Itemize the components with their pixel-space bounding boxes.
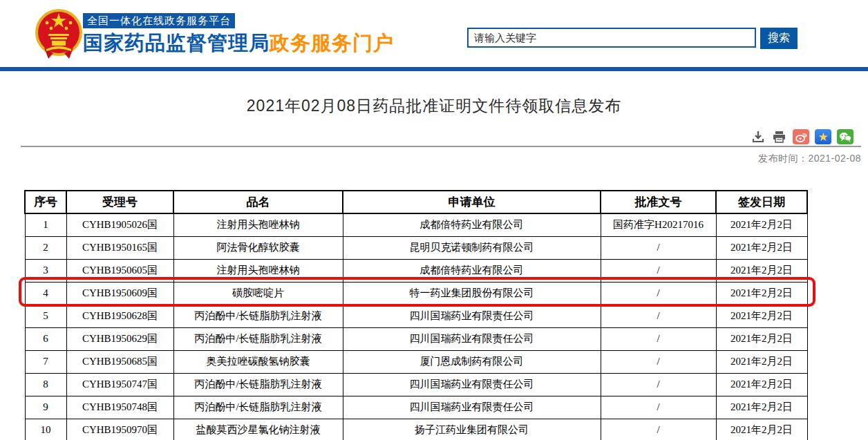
wechat-share-icon[interactable] — [837, 129, 853, 144]
table-cell: 2021年2月2日 — [716, 213, 807, 236]
table-cell: 扬子江药业集团有限公司 — [343, 419, 601, 440]
portal-name: 政务服务门户 — [270, 32, 394, 54]
table-cell: 厦门恩成制药有限公司 — [343, 350, 601, 373]
col-header-applicant: 申请单位 — [343, 191, 601, 213]
table-cell: 注射用头孢唑林钠 — [173, 259, 343, 282]
table-cell: 四川国瑞药业有限责任公司 — [343, 305, 601, 327]
table-cell: 注射用头孢唑林钠 — [173, 213, 343, 236]
page-title: 2021年02月08日药品批准证明文件待领取信息发布 — [0, 95, 868, 117]
table-cell: / — [601, 396, 716, 419]
weibo-share-icon[interactable] — [793, 129, 809, 144]
table-cell: 成都倍特药业有限公司 — [343, 259, 601, 282]
table-row: 3CYHB1950605国注射用头孢唑林钠成都倍特药业有限公司/2021年2月2… — [25, 259, 807, 282]
table-cell: 2021年2月2日 — [716, 396, 807, 419]
col-header-seq: 序号 — [25, 191, 66, 213]
download-icon[interactable] — [750, 129, 766, 144]
table-row: 4CYHB1950609国磺胺嘧啶片特一药业集团股份有限公司/2021年2月2日 — [25, 282, 807, 305]
table-cell: 丙泊酚中/长链脂肪乳注射液 — [173, 305, 343, 327]
qzone-share-icon[interactable]: ★ — [815, 129, 831, 144]
table-row: 6CYHB1950629国丙泊酚中/长链脂肪乳注射液四川国瑞药业有限责任公司/2… — [25, 327, 807, 350]
table-row: 1CYHB1905026国注射用头孢唑林钠成都倍特药业有限公司国药准字H2021… — [25, 213, 807, 236]
table-cell: CYHB1950685国 — [66, 350, 173, 373]
table-row: 9CYHB1950748国丙泊酚中/长链脂肪乳注射液四川国瑞药业有限责任公司/2… — [25, 396, 807, 419]
table-cell: 成都倍特药业有限公司 — [343, 213, 601, 236]
platform-badge: 全国一体化在线政务服务平台 — [83, 13, 235, 28]
table-header-row: 序号 受理号 品名 申请单位 批准文号 签发日期 — [25, 191, 807, 213]
table-cell: CYHB1950629国 — [66, 327, 173, 350]
table-cell: CYHB1950970国 — [66, 419, 173, 440]
table-cell: 丙泊酚中/长链脂肪乳注射液 — [173, 327, 343, 350]
table-cell: 10 — [25, 419, 66, 440]
national-emblem-logo[interactable] — [35, 8, 83, 59]
table-row: 7CYHB1950685国奥美拉唑碳酸氢钠胶囊厦门恩成制药有限公司/2021年2… — [25, 350, 807, 373]
header-divider-bar — [0, 67, 868, 71]
col-header-product: 品名 — [173, 191, 343, 213]
table-cell: 2021年2月2日 — [716, 259, 807, 282]
table-cell: 2021年2月2日 — [716, 327, 807, 350]
page: 全国一体化在线政务服务平台 国家药品监督管理局政务服务门户 搜索 2021年02… — [0, 0, 868, 440]
table-cell: 昆明贝克诺顿制药有限公司 — [343, 236, 601, 259]
table-cell: CYHB1950609国 — [66, 282, 173, 305]
table-cell: 7 — [25, 350, 66, 373]
table-cell: CYHB1950165国 — [66, 236, 173, 259]
col-header-approval: 批准文号 — [601, 191, 716, 213]
table-cell: 四川国瑞药业有限责任公司 — [343, 396, 601, 419]
table-cell: / — [601, 259, 716, 282]
share-toolbar: ★ — [750, 128, 853, 145]
table-cell: / — [601, 327, 716, 350]
table-body: 1CYHB1905026国注射用头孢唑林钠成都倍特药业有限公司国药准字H2021… — [25, 213, 807, 440]
table-row: 8CYHB1950747国丙泊酚中/长链脂肪乳注射液四川国瑞药业有限责任公司/2… — [25, 373, 807, 396]
site-title: 国家药品监督管理局政务服务门户 — [83, 30, 394, 57]
table-cell: 四川国瑞药业有限责任公司 — [343, 327, 601, 350]
drug-approval-table: 序号 受理号 品名 申请单位 批准文号 签发日期 1CYHB1905026国注射… — [24, 190, 808, 440]
table-cell: 2021年2月2日 — [716, 373, 807, 396]
table-cell: 1 — [25, 213, 66, 236]
col-header-acceptno: 受理号 — [66, 191, 173, 213]
col-header-issuedate: 签发日期 — [716, 191, 807, 213]
site-name: 国家药品监督管理局 — [83, 32, 270, 54]
table-cell: 6 — [25, 327, 66, 350]
table-cell: 盐酸莫西沙星氯化钠注射液 — [173, 419, 343, 440]
search-input[interactable] — [467, 28, 756, 48]
table-cell: / — [601, 282, 716, 305]
table-cell: 8 — [25, 373, 66, 396]
table-row: 2CYHB1950165国阿法骨化醇软胶囊昆明贝克诺顿制药有限公司/2021年2… — [25, 236, 807, 259]
table-cell: 2021年2月2日 — [716, 419, 807, 440]
table-cell: 5 — [25, 305, 66, 327]
table-cell: / — [601, 419, 716, 440]
table-cell: 2021年2月2日 — [716, 282, 807, 305]
table-cell: 奥美拉唑碳酸氢钠胶囊 — [173, 350, 343, 373]
table-cell: 特一药业集团股份有限公司 — [343, 282, 601, 305]
table-cell: 磺胺嘧啶片 — [173, 282, 343, 305]
table-cell: / — [601, 236, 716, 259]
table-cell: 2 — [25, 236, 66, 259]
table-cell: 四川国瑞药业有限责任公司 — [343, 373, 601, 396]
table-cell: CYHB1950605国 — [66, 259, 173, 282]
table-cell: 4 — [25, 282, 66, 305]
table-cell: / — [601, 305, 716, 327]
table-cell: 9 — [25, 396, 66, 419]
table-cell: CYHB1950747国 — [66, 373, 173, 396]
table-cell: 丙泊酚中/长链脂肪乳注射液 — [173, 373, 343, 396]
table-row: 10CYHB1950970国盐酸莫西沙星氯化钠注射液扬子江药业集团有限公司/20… — [25, 419, 807, 440]
table-cell: 3 — [25, 259, 66, 282]
content-divider — [21, 146, 861, 147]
table-cell: 丙泊酚中/长链脂肪乳注射液 — [173, 396, 343, 419]
table-cell: / — [601, 350, 716, 373]
table-cell: CYHB1905026国 — [66, 213, 173, 236]
brand-block[interactable]: 全国一体化在线政务服务平台 国家药品监督管理局政务服务门户 — [83, 13, 394, 57]
table-cell: / — [601, 373, 716, 396]
table-cell: CYHB1950748国 — [66, 396, 173, 419]
table-cell: 2021年2月2日 — [716, 236, 807, 259]
table-cell: 2021年2月2日 — [716, 305, 807, 327]
site-header: 全国一体化在线政务服务平台 国家药品监督管理局政务服务门户 搜索 — [0, 0, 868, 67]
search-button[interactable]: 搜索 — [760, 28, 798, 49]
print-icon[interactable] — [771, 129, 787, 144]
publish-time: 发布时间：2021-02-08 — [0, 153, 861, 165]
table-cell: CYHB1950628国 — [66, 305, 173, 327]
table-cell: 2021年2月2日 — [716, 350, 807, 373]
table-cell: 阿法骨化醇软胶囊 — [173, 236, 343, 259]
table-cell: 国药准字H20217016 — [601, 213, 716, 236]
table-row: 5CYHB1950628国丙泊酚中/长链脂肪乳注射液四川国瑞药业有限责任公司/2… — [25, 305, 807, 327]
